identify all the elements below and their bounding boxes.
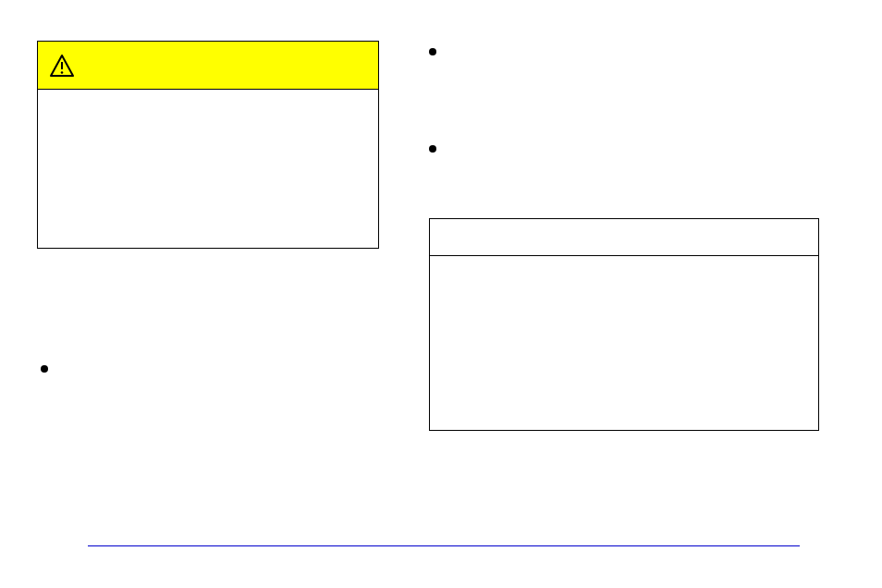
bullet-icon xyxy=(429,48,436,55)
info-box-header xyxy=(430,219,818,256)
caution-body xyxy=(38,90,378,248)
bullet-icon xyxy=(429,145,436,153)
caution-box xyxy=(37,41,379,249)
bullet-icon xyxy=(41,365,48,373)
footer-divider xyxy=(88,545,800,546)
svg-point-2 xyxy=(61,71,64,74)
info-box xyxy=(429,218,819,431)
warning-triangle-icon xyxy=(49,54,75,78)
caution-header xyxy=(38,42,378,90)
